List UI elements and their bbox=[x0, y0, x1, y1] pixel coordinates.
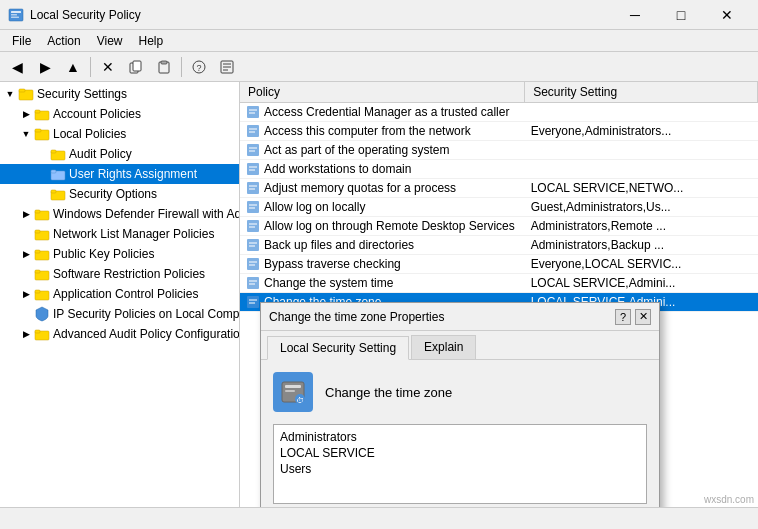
dialog-header-row: ⏱ Change the time zone bbox=[273, 372, 647, 412]
svg-rect-31 bbox=[35, 250, 40, 253]
tree-item-account-policies[interactable]: ▶ Account Policies bbox=[0, 104, 239, 124]
tab-explain[interactable]: Explain bbox=[411, 335, 476, 359]
tree-item-user-rights[interactable]: ▶ User Rights Assignment bbox=[0, 164, 239, 184]
svg-rect-21 bbox=[51, 150, 56, 153]
tree-item-security-settings[interactable]: ▼ Security Settings bbox=[0, 84, 239, 104]
tree-item-ip-security[interactable]: ▶ IP Security Policies on Local Compute.… bbox=[0, 304, 239, 324]
svg-rect-25 bbox=[51, 190, 56, 193]
status-bar bbox=[0, 507, 758, 529]
dialog-tabs: Local Security Setting Explain bbox=[261, 331, 659, 360]
dialog-list-item-1: LOCAL SERVICE bbox=[278, 445, 642, 461]
properties-dialog: Change the time zone Properties ? ✕ Loca… bbox=[260, 302, 660, 507]
tree-item-local-policies[interactable]: ▼ Local Policies bbox=[0, 124, 239, 144]
dialog-list-box[interactable]: Administrators LOCAL SERVICE Users bbox=[273, 424, 647, 504]
expand-arrow[interactable]: ▼ bbox=[4, 88, 16, 100]
dialog-help-button[interactable]: ? bbox=[615, 309, 631, 325]
svg-rect-5 bbox=[133, 61, 141, 71]
tree-item-security-options[interactable]: ▶ Security Options bbox=[0, 184, 239, 204]
dialog-close-button[interactable]: ✕ bbox=[635, 309, 651, 325]
dialog-list-item-0: Administrators bbox=[278, 429, 642, 445]
tree-label-audit-policy: Audit Policy bbox=[69, 147, 132, 161]
expand-arrow-local[interactable]: ▼ bbox=[20, 128, 32, 140]
svg-rect-19 bbox=[35, 129, 41, 132]
main-area: ▼ Security Settings ▶ Account Policies bbox=[0, 82, 758, 507]
toolbar-separator-2 bbox=[181, 57, 182, 77]
tree-label-security-options: Security Options bbox=[69, 187, 157, 201]
svg-rect-33 bbox=[35, 270, 40, 273]
svg-text:⏱: ⏱ bbox=[296, 396, 304, 405]
tree-label-windows-defender: Windows Defender Firewall with Adva... bbox=[53, 207, 240, 221]
window-controls: ─ □ ✕ bbox=[612, 0, 750, 30]
toolbar-separator-1 bbox=[90, 57, 91, 77]
svg-rect-2 bbox=[11, 14, 17, 16]
dialog-title-bar: Change the time zone Properties ? ✕ bbox=[261, 303, 659, 331]
svg-rect-29 bbox=[35, 230, 40, 233]
tree-item-network-list[interactable]: ▶ Network List Manager Policies bbox=[0, 224, 239, 244]
tree-item-windows-defender[interactable]: ▶ Windows Defender Firewall with Adva... bbox=[0, 204, 239, 224]
copy-button[interactable] bbox=[123, 55, 149, 79]
svg-rect-15 bbox=[19, 89, 25, 92]
minimize-button[interactable]: ─ bbox=[612, 0, 658, 30]
svg-rect-37 bbox=[35, 330, 40, 333]
tree-item-software-restriction[interactable]: ▶ Software Restriction Policies bbox=[0, 264, 239, 284]
tree-label-public-key: Public Key Policies bbox=[53, 247, 154, 261]
tree-label-user-rights: User Rights Assignment bbox=[69, 167, 197, 181]
app-icon bbox=[8, 7, 24, 23]
tree-label-local-policies: Local Policies bbox=[53, 127, 126, 141]
svg-rect-27 bbox=[35, 210, 40, 213]
expand-arrow-ac[interactable]: ▶ bbox=[20, 288, 32, 300]
close-button[interactable]: ✕ bbox=[704, 0, 750, 30]
tree-panel[interactable]: ▼ Security Settings ▶ Account Policies bbox=[0, 82, 240, 507]
toolbar: ◀ ▶ ▲ ✕ ? bbox=[0, 52, 758, 82]
svg-rect-35 bbox=[35, 290, 40, 293]
tree-label-security-settings: Security Settings bbox=[37, 87, 127, 101]
menu-action[interactable]: Action bbox=[39, 32, 88, 50]
svg-rect-73 bbox=[285, 390, 295, 392]
tree-item-public-key[interactable]: ▶ Public Key Policies bbox=[0, 244, 239, 264]
forward-button[interactable]: ▶ bbox=[32, 55, 58, 79]
svg-rect-23 bbox=[51, 170, 56, 173]
tree-item-application-control[interactable]: ▶ Application Control Policies bbox=[0, 284, 239, 304]
tree-item-advanced-audit[interactable]: ▶ Advanced Audit Policy Configuration bbox=[0, 324, 239, 344]
maximize-button[interactable]: □ bbox=[658, 0, 704, 30]
dialog-policy-icon: ⏱ bbox=[273, 372, 313, 412]
svg-rect-1 bbox=[11, 11, 21, 13]
svg-rect-72 bbox=[285, 385, 301, 388]
paste-button[interactable] bbox=[151, 55, 177, 79]
tree-label-application-control: Application Control Policies bbox=[53, 287, 198, 301]
tree-label-advanced-audit: Advanced Audit Policy Configuration bbox=[53, 327, 240, 341]
back-button[interactable]: ◀ bbox=[4, 55, 30, 79]
expand-arrow-public-key[interactable]: ▶ bbox=[20, 248, 32, 260]
tree-label-network-list: Network List Manager Policies bbox=[53, 227, 214, 241]
svg-text:?: ? bbox=[196, 63, 201, 73]
watermark: wxsdn.com bbox=[704, 494, 754, 505]
svg-rect-17 bbox=[35, 110, 40, 113]
dialog-title-text: Change the time zone Properties bbox=[269, 310, 615, 324]
svg-rect-3 bbox=[11, 16, 19, 18]
tab-local-security-setting[interactable]: Local Security Setting bbox=[267, 336, 409, 360]
expand-arrow-aa[interactable]: ▶ bbox=[20, 328, 32, 340]
expand-arrow-account[interactable]: ▶ bbox=[20, 108, 32, 120]
dialog-controls: ? ✕ bbox=[615, 309, 651, 325]
window-title: Local Security Policy bbox=[30, 8, 612, 22]
right-panel: Policy Security Setting Access Credentia… bbox=[240, 82, 758, 507]
tree-label-software-restriction: Software Restriction Policies bbox=[53, 267, 205, 281]
menu-view[interactable]: View bbox=[89, 32, 131, 50]
dialog-content: ⏱ Change the time zone Administrators LO… bbox=[261, 360, 659, 507]
title-bar: Local Security Policy ─ □ ✕ bbox=[0, 0, 758, 30]
menu-file[interactable]: File bbox=[4, 32, 39, 50]
svg-rect-7 bbox=[161, 61, 167, 64]
menu-help[interactable]: Help bbox=[131, 32, 172, 50]
expand-arrow-wd[interactable]: ▶ bbox=[20, 208, 32, 220]
tree-item-audit-policy[interactable]: ▶ Audit Policy bbox=[0, 144, 239, 164]
help-button[interactable]: ? bbox=[186, 55, 212, 79]
cut-button[interactable]: ✕ bbox=[95, 55, 121, 79]
tree-label-ip-security: IP Security Policies on Local Compute... bbox=[53, 307, 240, 321]
dialog-overlay: Change the time zone Properties ? ✕ Loca… bbox=[240, 82, 758, 507]
menu-bar: File Action View Help bbox=[0, 30, 758, 52]
properties-button[interactable] bbox=[214, 55, 240, 79]
dialog-policy-name: Change the time zone bbox=[325, 385, 452, 400]
dialog-list-item-2: Users bbox=[278, 461, 642, 477]
up-button[interactable]: ▲ bbox=[60, 55, 86, 79]
tree-label-account-policies: Account Policies bbox=[53, 107, 141, 121]
